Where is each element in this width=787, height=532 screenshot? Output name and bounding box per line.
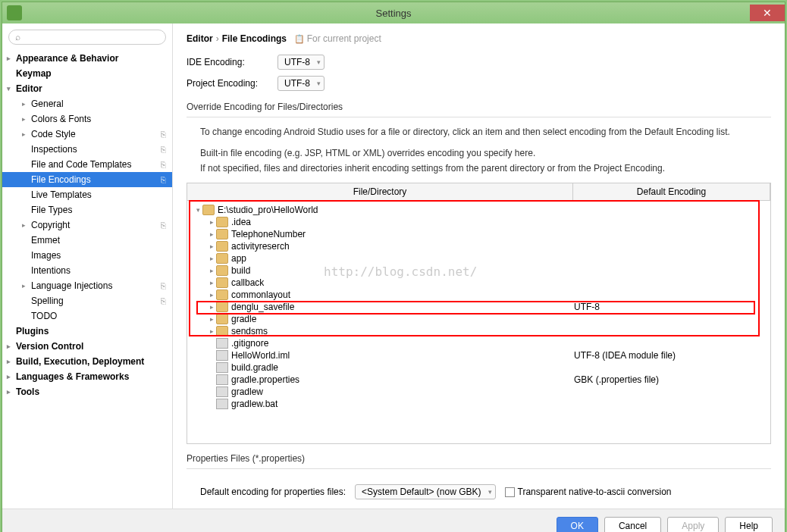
tree-row[interactable]: gradlew.bat [187,398,770,410]
copy-icon: ⎘ [161,221,166,230]
copy-icon: ⎘ [161,281,166,290]
folder-icon [216,241,228,252]
folder-icon [216,302,228,312]
sidebar-item-file-encodings[interactable]: File Encodings⎘ [2,172,172,187]
tree-row[interactable]: .gitignore [187,337,770,349]
cancel-button[interactable]: Cancel [604,517,661,532]
encoding-table: File/Directory Default Encoding http://b… [187,183,771,444]
file-icon [216,386,228,397]
copy-icon: ⎘ [161,145,166,154]
tree-row[interactable]: gradlew [187,386,770,398]
sidebar-item-version-control[interactable]: ▸Version Control [2,339,172,354]
help-button[interactable]: Help [725,517,773,532]
sidebar-item-code-style[interactable]: ▸Code Style⎘ [2,127,172,142]
tree-row[interactable]: gradle.propertiesGBK (.properties file) [187,374,770,386]
ide-encoding-combo[interactable]: UTF-8 [277,55,325,70]
help-text-3: If not specified, files and directories … [200,161,771,175]
folder-icon [216,253,228,264]
app-icon [7,5,22,20]
folder-icon [216,217,228,227]
apply-button[interactable]: Apply [667,517,719,532]
transparent-checkbox[interactable]: Transparent native-to-ascii conversion [505,487,672,497]
sidebar-item-intentions[interactable]: Intentions [2,263,172,278]
tree-row[interactable]: ▸.idea [187,216,770,228]
folder-icon [202,205,215,215]
sidebar-item-editor[interactable]: ▾Editor [2,81,172,96]
sidebar-item-copyright[interactable]: ▸Copyright⎘ [2,217,172,233]
tree-row[interactable]: ▸TelephoneNumber [187,228,770,240]
sidebar-item-spelling[interactable]: Spelling⎘ [2,293,172,308]
col-file-directory[interactable]: File/Directory [187,183,573,200]
window-title: Settings [376,8,412,19]
file-icon [216,374,228,385]
copy-icon: ⎘ [161,160,166,169]
tree-row[interactable]: build.gradle [187,361,770,374]
tree-row[interactable]: ▸denglu_savefileUTF-8 [187,301,770,313]
sidebar-item-tools[interactable]: ▸Tools [2,384,172,399]
search-input[interactable]: ⌕ [8,30,166,45]
sidebar-item-keymap[interactable]: Keymap [2,66,172,81]
col-default-encoding[interactable]: Default Encoding [573,183,770,200]
sidebar-item-emmet[interactable]: Emmet [2,233,172,248]
sidebar-item-general[interactable]: ▸General [2,96,172,111]
sidebar-item-build-execution-deployment[interactable]: ▸Build, Execution, Deployment [2,354,172,369]
sidebar: ⌕ ▸Appearance & BehaviorKeymap▾Editor▸Ge… [2,23,173,509]
folder-icon [216,289,228,300]
override-title: Override Encoding for Files/Directories [187,102,771,112]
tree-row[interactable]: ▸build [187,264,770,277]
props-encoding-label: Default encoding for properties files: [200,487,346,497]
sidebar-item-inspections[interactable]: Inspections⎘ [2,142,172,157]
sidebar-item-file-types[interactable]: File Types [2,202,172,217]
tree-row[interactable]: ▸sendsms [187,325,770,337]
sidebar-item-plugins[interactable]: Plugins [2,324,172,339]
tree-row[interactable]: ▸gradle [187,313,770,325]
close-button[interactable]: ✕ [750,5,785,21]
sidebar-item-file-and-code-templates[interactable]: File and Code Templates⎘ [2,157,172,172]
project-encoding-combo[interactable]: UTF-8 [277,76,325,91]
file-icon [216,362,228,373]
tree-row[interactable]: HelloWorld.imlUTF-8 (IDEA module file) [187,349,770,361]
project-encoding-label: Project Encoding: [187,78,277,89]
file-icon [216,399,228,409]
file-icon [216,338,228,349]
tree-row[interactable]: ▸callback [187,277,770,289]
copy-icon: ⎘ [161,296,166,305]
sidebar-item-live-templates[interactable]: Live Templates [2,187,172,202]
folder-icon [216,326,228,336]
copy-icon: ⎘ [161,130,166,139]
sidebar-item-language-injections[interactable]: ▸Language Injections⎘ [2,278,172,293]
ide-encoding-label: IDE Encoding: [187,57,277,67]
titlebar: Settings ✕ [2,2,785,23]
search-icon: ⌕ [15,32,20,42]
tree-row[interactable]: ▸app [187,252,770,264]
sidebar-item-appearance-behavior[interactable]: ▸Appearance & Behavior [2,51,172,66]
copy-icon: ⎘ [161,175,166,184]
breadcrumb: Editor›File Encodings 📋 For current proj… [187,33,771,44]
props-encoding-combo[interactable]: <System Default> (now GBK) [355,484,495,499]
help-text-1: To change encoding Android Studio uses f… [200,125,771,139]
folder-icon [216,265,228,276]
search-field[interactable] [24,32,159,42]
tree-row[interactable]: ▾E:\studio_pro\HelloWorld [187,204,770,216]
props-title: Properties Files (*.properties) [187,453,771,464]
file-icon [216,350,228,361]
folder-icon [216,229,228,239]
help-text-2: Built-in file encoding (e.g. JSP, HTML o… [200,146,771,160]
folder-icon [216,277,228,288]
sidebar-item-todo[interactable]: TODO [2,308,172,324]
folder-icon [216,314,228,324]
sidebar-item-images[interactable]: Images [2,248,172,263]
sidebar-item-languages-frameworks[interactable]: ▸Languages & Frameworks [2,369,172,384]
tree-row[interactable]: ▸commonlayout [187,289,770,301]
tree-row[interactable]: ▸activityreserch [187,240,770,252]
sidebar-item-colors-fonts[interactable]: ▸Colors & Fonts [2,111,172,127]
ok-button[interactable]: OK [557,517,598,532]
